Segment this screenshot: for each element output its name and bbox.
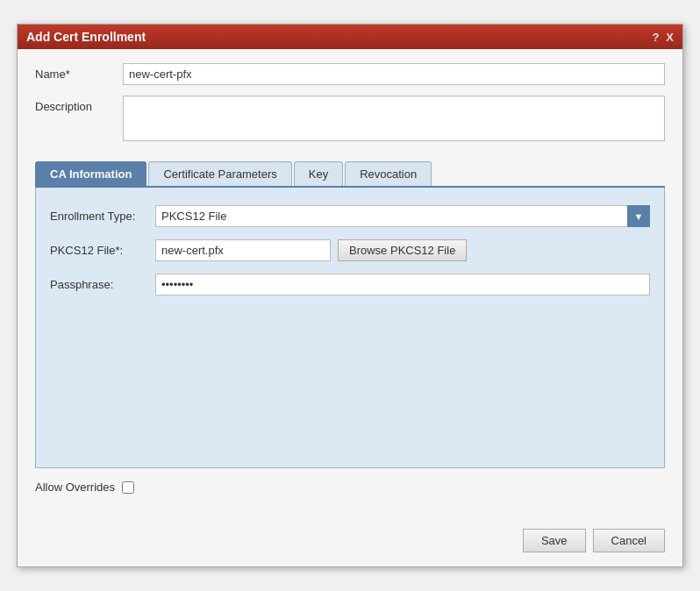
tab-ca-information[interactable]: CA Information (35, 161, 146, 186)
allow-overrides-label: Allow Overrides (35, 481, 115, 494)
passphrase-label: Passphrase: (50, 278, 155, 291)
dialog-titlebar: Add Cert Enrollment ? X (18, 25, 682, 49)
allow-overrides-row: Allow Overrides (35, 468, 665, 499)
add-cert-enrollment-dialog: Add Cert Enrollment ? X Name* Descriptio… (17, 24, 683, 567)
close-icon[interactable]: X (666, 31, 674, 44)
name-field-container (123, 63, 665, 85)
dialog-title: Add Cert Enrollment (26, 30, 146, 44)
enrollment-type-label: Enrollment Type: (50, 210, 155, 223)
pkcs12-file-label: PKCS12 File*: (50, 244, 155, 257)
description-row: Description (35, 96, 665, 144)
description-input[interactable] (123, 96, 665, 141)
tab-certificate-parameters[interactable]: Certificate Parameters (148, 161, 291, 186)
dialog-body: Name* Description CA Information Certifi… (18, 49, 682, 520)
enrollment-type-control: PKCS12 File SCEP Manual ▼ (155, 205, 650, 227)
passphrase-input[interactable] (155, 274, 650, 296)
name-input[interactable] (123, 63, 665, 85)
pkcs12-file-row: PKCS12 File*: Browse PKCS12 File (50, 239, 650, 261)
pkcs12-file-control: Browse PKCS12 File (155, 239, 650, 261)
passphrase-row: Passphrase: (50, 274, 650, 296)
help-icon[interactable]: ? (652, 31, 659, 44)
passphrase-control (155, 274, 650, 296)
cancel-button[interactable]: Cancel (593, 529, 665, 552)
description-label: Description (35, 96, 123, 113)
ca-info-tab-content: Enrollment Type: PKCS12 File SCEP Manual… (35, 188, 665, 468)
enrollment-type-select[interactable]: PKCS12 File SCEP Manual (155, 205, 650, 227)
description-field-container (123, 96, 665, 144)
tab-revocation[interactable]: Revocation (345, 161, 432, 186)
pkcs12-file-input[interactable] (155, 239, 331, 261)
name-label: Name* (35, 63, 123, 81)
name-row: Name* (35, 63, 665, 85)
browse-pkcs12-button[interactable]: Browse PKCS12 File (338, 239, 467, 261)
tab-bar: CA Information Certificate Parameters Ke… (35, 161, 665, 188)
dialog-footer: Save Cancel (18, 520, 682, 566)
enrollment-type-select-wrapper: PKCS12 File SCEP Manual ▼ (155, 205, 650, 227)
tab-key[interactable]: Key (294, 161, 343, 186)
tabs-container: CA Information Certificate Parameters Ke… (35, 161, 665, 468)
enrollment-type-row: Enrollment Type: PKCS12 File SCEP Manual… (50, 205, 650, 227)
allow-overrides-checkbox[interactable] (122, 481, 134, 494)
titlebar-controls: ? X (652, 31, 674, 44)
save-button[interactable]: Save (523, 529, 586, 552)
